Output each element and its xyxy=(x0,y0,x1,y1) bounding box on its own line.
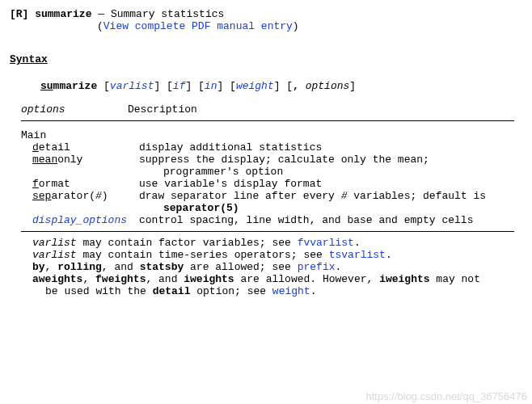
note-line: by, rolling, and statsby are allowed; se… xyxy=(32,261,522,273)
option-desc: suppress the display; calculate only the… xyxy=(139,154,522,166)
tsvarlist-link[interactable]: tsvarlist xyxy=(329,249,386,261)
option-abbrev: f xyxy=(32,178,39,190)
option-row-cont: separator(5) xyxy=(21,202,522,214)
option-abbrev: d xyxy=(32,141,39,154)
option-desc: draw separator line after every # variab… xyxy=(139,190,522,202)
comma: , xyxy=(293,80,299,92)
option-desc-cont: programmer's option xyxy=(139,166,522,178)
options-word: options xyxy=(306,80,350,92)
option-row: meanonly suppress the display; calculate… xyxy=(21,154,522,166)
syntax-heading: Syntax xyxy=(10,53,48,65)
command-name: summarize xyxy=(35,8,91,20)
syntax-notes: varlist may contain factor variables; se… xyxy=(21,237,522,297)
weight-link[interactable]: weight xyxy=(272,285,310,297)
option-default: separator(5) xyxy=(163,202,239,214)
prefix-link[interactable]: prefix xyxy=(298,261,336,273)
watermark: https://blog.csdn.net/qq_36756476 xyxy=(366,390,528,402)
display-options-link[interactable]: display_options xyxy=(32,214,127,226)
option-rest: only xyxy=(57,154,82,166)
divider xyxy=(21,231,514,232)
pdf-link-line: (View complete PDF manual entry) xyxy=(97,20,522,32)
title-block: [R] summarize — Summary statistics xyxy=(10,8,522,20)
title-desc: Summary statistics xyxy=(111,8,224,20)
cmd-abbrev: su xyxy=(40,80,53,92)
option-row: format use variable's display format xyxy=(21,178,522,190)
options-header: options xyxy=(21,103,128,116)
description-header: Description xyxy=(128,103,522,116)
main-group-label: Main xyxy=(21,126,522,141)
note-line-cont: be used with the detail option; see weig… xyxy=(32,285,522,297)
option-close: ) xyxy=(102,190,108,202)
option-row: detail display additional statistics xyxy=(21,141,522,154)
note-line: varlist may contain factor variables; se… xyxy=(32,237,522,249)
option-row: display_options control spacing, line wi… xyxy=(21,214,522,226)
paren-open: ( xyxy=(97,20,103,32)
option-desc: use variable's display format xyxy=(139,178,522,190)
divider xyxy=(21,120,514,121)
option-row: separator(#) draw separator line after e… xyxy=(21,190,522,202)
option-abbrev: sep xyxy=(32,190,51,202)
paren-close: ) xyxy=(293,20,299,32)
note-line: aweights, fweights, and iweights are all… xyxy=(32,273,522,285)
weight-link[interactable]: weight xyxy=(236,80,274,92)
cmd-rest: mmarize xyxy=(53,80,98,92)
option-rest: ormat xyxy=(39,178,70,190)
if-link[interactable]: if xyxy=(173,80,186,92)
title-dash: — xyxy=(98,8,104,20)
pdf-manual-link[interactable]: View complete PDF manual entry xyxy=(103,20,293,32)
option-row-cont: programmer's option xyxy=(21,166,522,178)
option-rest: arator( xyxy=(51,190,95,202)
help-tag: [R] xyxy=(10,8,28,20)
fvvarlist-link[interactable]: fvvarlist xyxy=(298,237,354,249)
option-abbrev: mean xyxy=(32,154,57,166)
options-table: options Description Main detail display … xyxy=(10,103,522,297)
option-desc: control spacing, line width, and base an… xyxy=(139,214,522,226)
in-link[interactable]: in xyxy=(205,80,217,92)
syntax-command: summarize [varlist] [if] [in] [weight] [… xyxy=(10,80,522,92)
option-desc: display additional statistics xyxy=(139,141,522,154)
option-rest: etail xyxy=(39,141,70,154)
varlist-link[interactable]: varlist xyxy=(110,80,154,92)
option-arg: # xyxy=(95,190,102,202)
note-line: varlist may contain time-series operator… xyxy=(32,249,522,261)
